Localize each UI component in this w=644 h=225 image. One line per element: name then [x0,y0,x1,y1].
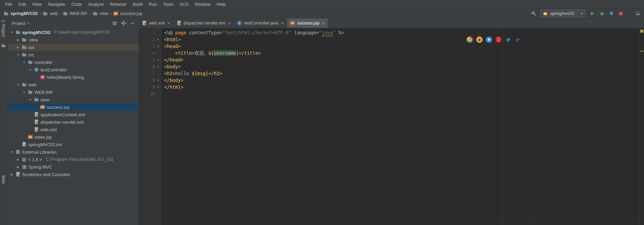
menu-item-tools[interactable]: Tools [160,0,176,8]
tree-item-controller[interactable]: controller [8,58,139,66]
warning-mark[interactable] [640,51,643,52]
tree-item-index-jsp[interactable]: index.jsp [8,133,139,141]
menu-item-run[interactable]: Run [146,0,160,8]
chevron-expanded-icon[interactable] [22,61,26,64]
code-token: </body> [164,77,183,83]
tree-item-applicationcontext-xml[interactable]: applicationContext.xml [8,111,139,118]
tree-item-spring-mvc[interactable]: Spring MVC [8,163,139,171]
hide-panel-icon[interactable] [130,20,135,26]
coverage-icon[interactable] [609,11,614,16]
fold-marker-icon[interactable] [156,84,160,90]
tree-item-testcontroller[interactable]: testController [8,66,139,73]
gutter-cell: 10 [139,90,161,97]
breadcrumb-item-success-jsp[interactable]: success.jsp [113,11,142,16]
fold-marker-icon[interactable] [156,77,160,84]
close-icon[interactable] [322,21,325,26]
menu-item-edit[interactable]: Edit [15,0,29,8]
menu-item-window[interactable]: Window [192,0,213,8]
tree-item-web-xml[interactable]: web.xml [8,126,139,133]
tree-item-success-jsp[interactable]: success.jsp [8,103,139,111]
tree-item-springmvc02-iml[interactable]: springMVC02.iml [8,141,139,148]
run-icon[interactable] [590,11,595,16]
tree-item-1-8[interactable]: < 1.8 >C:\Program Files\Java\jdk1.8.0_18… [8,156,139,163]
safari-icon[interactable] [486,36,492,43]
fold-marker-icon[interactable] [156,63,160,70]
ie-icon[interactable] [505,36,511,43]
tree-item-scratches-and-consoles[interactable]: Scratches and Consoles [8,171,139,178]
chevron-expanded-icon[interactable] [28,68,32,71]
code-token: ${msg} [192,71,208,76]
menu-item-vcs[interactable]: VCS [176,0,192,8]
scrollbar-error-stripe[interactable] [639,28,644,225]
menu-item-file[interactable]: File [2,0,15,8]
debug-icon[interactable] [599,11,605,16]
menu-item-navigate[interactable]: Navigate [45,0,68,8]
code-token: java [322,30,333,35]
chevron-down-icon[interactable] [28,21,29,25]
tool-windows-icon[interactable] [635,11,641,16]
tab-dispatcher-servlet-xml[interactable]: dispatcher-servlet.xml [174,18,234,28]
firefox-icon[interactable] [476,36,483,43]
opera-icon[interactable] [495,36,502,43]
fold-marker-icon[interactable] [156,36,160,43]
close-icon[interactable] [280,21,284,26]
fold-marker-icon[interactable] [156,56,160,63]
code-token: <head> [164,44,181,49]
breadcrumb-item-springmvc02[interactable]: springMVC02 [3,11,38,16]
run-config-select[interactable]: springmvc02 [541,10,585,17]
menu-item-analyze[interactable]: Analyze [85,0,107,8]
chrome-icon[interactable] [467,36,473,43]
collapse-all-icon[interactable] [112,20,117,26]
tree-item-out[interactable]: out [8,44,139,51]
tree-item-web-inf[interactable]: WEB-INF [8,88,139,96]
breadcrumb-item-web-inf[interactable]: WEB-INF [63,11,88,16]
tree-item-view[interactable]: view [8,96,139,103]
chevron-collapsed-icon[interactable] [16,166,20,169]
stop-icon[interactable] [618,11,624,16]
breadcrumb-item-web[interactable]: web [43,11,58,16]
close-icon[interactable] [227,21,231,26]
chevron-expanded-icon[interactable] [10,151,14,154]
chevron-collapsed-icon[interactable] [10,173,14,176]
browser-preview-bar [467,36,521,43]
tree-item-label: springMVC02 [22,30,50,35]
settings-gear-icon[interactable] [121,20,126,26]
code-token [164,50,175,56]
tab-success-jsp[interactable]: success.jsp [287,18,328,28]
tool-window-button-web[interactable]: Web [1,175,6,184]
chevron-down-icon [581,12,583,15]
chevron-expanded-icon[interactable] [28,98,32,101]
tree-item-idea[interactable]: .idea [8,36,139,44]
chevron-collapsed-icon[interactable] [16,46,20,49]
tree-item-hello-model-string[interactable]: hello(Model):String [8,73,139,81]
edge-icon[interactable] [514,36,521,43]
menu-item-help[interactable]: Help [213,0,229,8]
fold-marker-icon[interactable] [156,43,160,50]
chevron-expanded-icon[interactable] [16,83,20,86]
chevron-expanded-icon[interactable] [10,31,14,34]
chevron-collapsed-icon[interactable] [16,158,20,161]
tree-item-dispatcher-servlet-xml[interactable]: dispatcher-servlet.xml [8,118,139,126]
close-icon[interactable] [167,21,171,26]
code-editor[interactable]: 1<%@ page contentType="text/html;charset… [139,28,644,225]
build-hammer-icon[interactable] [530,10,538,17]
tool-window-button-project[interactable]: 1: Project [1,20,6,37]
chevron-collapsed-icon[interactable] [16,38,20,41]
menu-item-refactor[interactable]: Refactor [107,0,130,8]
chevron-expanded-icon[interactable] [16,53,20,56]
inspection-indicator[interactable] [640,30,643,33]
menu-item-code[interactable]: Code [68,0,85,8]
chevron-expanded-icon[interactable] [22,91,26,94]
class-icon [34,67,39,72]
tree-item-web[interactable]: web [8,81,139,88]
breadcrumb-item-view[interactable]: view [93,11,108,16]
tree-item-src[interactable]: src [8,51,139,58]
menu-item-view[interactable]: View [29,0,45,8]
tree-item-external-libraries[interactable]: External Libraries [8,148,139,156]
tab-testcontroller-java[interactable]: testController.java [234,18,287,28]
tree-item-springmvc02[interactable]: springMVC02F:\IdeaProjects\springMVC02 [8,29,139,36]
project-folder-icon[interactable] [1,44,6,48]
line-number: 5 [152,56,155,63]
menu-item-build[interactable]: Build [130,0,146,8]
tab-web-xml[interactable]: web.xml [139,18,174,28]
